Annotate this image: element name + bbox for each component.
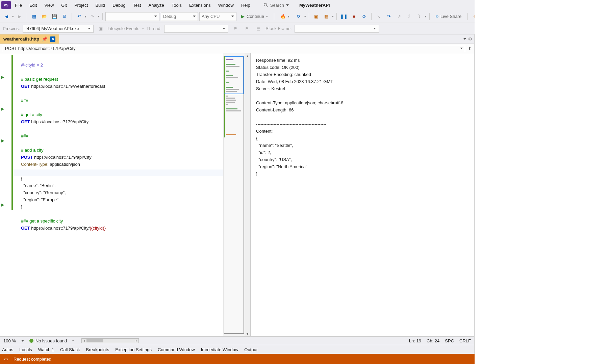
menu-test[interactable]: Test [130,1,145,9]
config-dropdown[interactable]: Debug [161,12,198,21]
menu-file[interactable]: File [11,1,25,9]
run-arrow-icon[interactable]: ▶ [1,74,4,80]
step-icon2[interactable]: ⤵ [415,12,424,21]
new-item-button[interactable]: ▦ [30,12,39,21]
run-arrow-icon[interactable]: ▶ [1,106,4,111]
undo-button[interactable]: ↶ [75,12,83,21]
menu-debug[interactable]: Debug [109,1,129,9]
tab-gear-icon[interactable]: ⚙ [468,36,472,42]
lifecycle-label: Lifecycle Events [108,26,140,31]
nav-fwd-button[interactable]: ▶ [15,12,24,21]
editor-hscroll[interactable]: ◂▸ [81,338,139,343]
save-button[interactable]: 💾 [50,12,59,21]
live-share-label: Live Share [440,14,461,19]
run-arrow-icon[interactable]: ▶ [1,202,4,207]
editor-vscroll[interactable]: ▴ ▾ [245,53,250,336]
process-label: Process: [3,26,20,31]
line-indicator[interactable]: Ln: 19 [409,338,421,343]
menu-build[interactable]: Build [92,1,108,9]
tool-tab-watch[interactable]: Watch 1 [38,347,54,352]
breakpoint-tb1-button[interactable]: ▣ [312,12,321,21]
platform-value: Any CPU [202,14,220,19]
pin-icon[interactable]: 📌 [42,36,47,42]
file-tab-active[interactable]: weathercalls.http 📌 ✕ [0,34,59,44]
chevron-down-icon[interactable] [21,340,24,342]
editor-nav-bar: POST https://localhost:7179/api/City ⬍ [0,44,474,53]
platform-dropdown[interactable]: Any CPU [199,12,236,21]
member-dropdown[interactable]: POST https://localhost:7179/api/City [3,45,465,52]
restart-debug-button[interactable]: ⟳ [360,12,369,21]
split-editor-icon[interactable]: ⬍ [468,46,472,51]
menu-project[interactable]: Project [71,1,91,9]
menu-git[interactable]: Git [58,1,70,9]
process-dropdown[interactable]: [47604] MyWeatherAPI.exe [23,25,94,33]
tool-tab-locals[interactable]: Locals [19,347,32,352]
code-editor[interactable]: @cityid = 2 # basic get request GET http… [14,53,223,336]
thread-dropdown[interactable] [164,25,228,33]
continue-button[interactable]: ▶Continue▾ [238,12,271,21]
tool-tab-exception[interactable]: Exception Settings [115,347,152,352]
restart-button[interactable]: ⟳ [294,12,303,21]
step-into-icon[interactable]: ↘ [374,12,383,21]
flag-icon[interactable]: ⚑ [231,24,240,33]
continue-label: Continue [247,14,264,19]
minimap[interactable] [224,56,244,334]
lifecycle-icon[interactable]: ▣ [96,24,105,33]
tool-tab-callstack[interactable]: Call Stack [60,347,80,352]
app-icon: VS [1,1,11,9]
indent-indicator[interactable]: SPC [445,338,454,343]
code-pane: ▶ ▶ ▶ ▶ @cityid = 2 # basic get request … [0,53,251,336]
hot-reload-button[interactable]: 🔥▾ [277,12,293,21]
stack-icon[interactable]: ▤ [254,24,263,33]
tool-tab-command[interactable]: Command Window [158,347,195,352]
step-out-icon[interactable]: ↗ [395,12,403,21]
menu-edit[interactable]: Edit [26,1,40,9]
tool-tab-breakpoints[interactable]: Breakpoints [86,347,109,352]
run-arrow-icon[interactable]: ▶ [1,138,4,143]
editor-column: weathercalls.http 📌 ✕ ⚙ POST https://loc… [0,34,475,354]
project-name: MyWeatherAPI [299,3,330,8]
tab-overflow-icon[interactable] [463,38,466,40]
response-pane[interactable]: Response time: 92 ms Status code: OK (20… [251,53,474,336]
menu-help[interactable]: Help [238,1,254,9]
svg-point-0 [264,3,267,6]
live-share-button[interactable]: ⎋Live Share [432,12,465,21]
search-box[interactable]: Search [260,1,293,9]
tool-tab-output[interactable]: Output [244,347,257,352]
stack-label: Stack Frame: [265,26,292,31]
tool-tab-autos[interactable]: Autos [2,347,13,352]
search-placeholder: Search [270,3,284,8]
save-all-button[interactable]: 🗎 [60,12,69,21]
editor-status-bar: 100 % No issues found ▾ ◂▸ Ln: 19 Ch: 24… [0,336,474,345]
issues-indicator[interactable]: No issues found [29,338,67,343]
editor-split: ▶ ▶ ▶ ▶ @cityid = 2 # basic get request … [0,53,474,336]
open-file-button[interactable]: 📂 [40,12,49,21]
stackframe-dropdown[interactable] [295,25,379,33]
process-value: [47604] MyWeatherAPI.exe [26,26,79,31]
tool-window-tabs: Autos Locals Watch 1 Call Stack Breakpoi… [0,345,474,354]
menu-window[interactable]: Window [215,1,237,9]
col-indicator[interactable]: Ch: 24 [427,338,439,343]
stop-button[interactable]: ■ [350,12,358,21]
step-over-button[interactable]: ↷ [384,12,393,21]
menu-tools[interactable]: Tools [168,1,185,9]
flag2-icon[interactable]: ⚑ [243,24,251,33]
startup-dropdown[interactable] [105,12,159,21]
nav-back-button[interactable]: ◀ [2,12,11,21]
tab-filename: weathercalls.http [3,36,39,42]
menu-extensions[interactable]: Extensions [186,1,214,9]
menu-analyze[interactable]: Analyze [145,1,167,9]
step-icon[interactable]: ⤴ [405,12,413,21]
pause-button[interactable]: ❚❚ [339,12,348,21]
status-icon: ▭ [3,356,9,362]
menu-view[interactable]: View [41,1,57,9]
eol-indicator[interactable]: CRLF [459,338,471,343]
thread-label: Thread: [147,26,162,31]
editor-gutter: ▶ ▶ ▶ ▶ [0,53,14,336]
redo-button[interactable]: ↷ [88,12,97,21]
tool-tab-immediate[interactable]: Immediate Window [201,347,238,352]
issues-label: No issues found [35,338,67,343]
tab-close-icon[interactable]: ✕ [50,36,55,42]
breakpoint-tb2-button[interactable]: ▦ [322,12,331,21]
zoom-level[interactable]: 100 % [3,338,16,343]
